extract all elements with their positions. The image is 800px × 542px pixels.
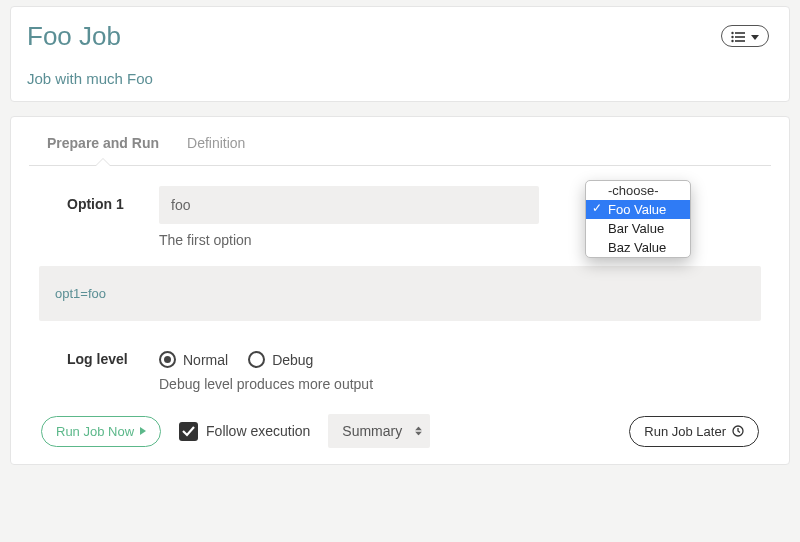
dropdown-item-foo[interactable]: Foo Value — [586, 200, 690, 219]
follow-execution-checkbox[interactable] — [179, 422, 198, 441]
radio-checked-icon — [159, 351, 176, 368]
option1-label: Option 1 — [39, 186, 139, 212]
job-run-panel: Prepare and Run Definition Option 1 The … — [10, 116, 790, 465]
dropdown-placeholder[interactable]: -choose- — [586, 181, 690, 200]
svg-point-0 — [731, 32, 733, 34]
select-caret-icon — [415, 427, 422, 436]
loglevel-debug-radio[interactable]: Debug — [248, 351, 313, 368]
options-preview: opt1=foo — [39, 266, 761, 321]
loglevel-label: Log level — [39, 341, 139, 367]
view-mode-value: Summary — [342, 423, 402, 439]
radio-unchecked-icon — [248, 351, 265, 368]
svg-point-2 — [731, 36, 733, 38]
tab-bar: Prepare and Run Definition — [29, 133, 771, 166]
dropdown-item-baz[interactable]: Baz Value — [586, 238, 690, 257]
clock-icon — [732, 425, 744, 437]
job-description: Job with much Foo — [27, 70, 153, 87]
option1-dropdown[interactable]: -choose- Foo Value Bar Value Baz Value — [585, 180, 691, 258]
job-header: Foo Job Job with much Foo — [10, 6, 790, 102]
run-job-later-button[interactable]: Run Job Later — [629, 416, 759, 447]
caret-down-icon — [751, 35, 759, 40]
checkmark-icon — [182, 426, 195, 437]
job-title: Foo Job — [27, 21, 153, 52]
loglevel-normal-label: Normal — [183, 352, 228, 368]
run-job-now-label: Run Job Now — [56, 424, 134, 439]
loglevel-normal-radio[interactable]: Normal — [159, 351, 228, 368]
loglevel-debug-label: Debug — [272, 352, 313, 368]
dropdown-item-bar[interactable]: Bar Value — [586, 219, 690, 238]
svg-rect-5 — [735, 40, 745, 42]
job-actions-menu[interactable] — [721, 25, 769, 47]
play-icon — [140, 427, 146, 435]
list-icon — [731, 31, 746, 43]
tab-prepare-and-run[interactable]: Prepare and Run — [47, 133, 159, 165]
run-job-now-button[interactable]: Run Job Now — [41, 416, 161, 447]
run-job-later-label: Run Job Later — [644, 424, 726, 439]
svg-point-4 — [731, 40, 733, 42]
view-mode-select[interactable]: Summary — [328, 414, 430, 448]
tab-definition[interactable]: Definition — [187, 133, 245, 165]
svg-rect-1 — [735, 32, 745, 34]
svg-rect-3 — [735, 36, 745, 38]
option1-input[interactable] — [159, 186, 539, 224]
loglevel-help: Debug level produces more output — [159, 376, 761, 392]
follow-execution-label: Follow execution — [206, 423, 310, 439]
